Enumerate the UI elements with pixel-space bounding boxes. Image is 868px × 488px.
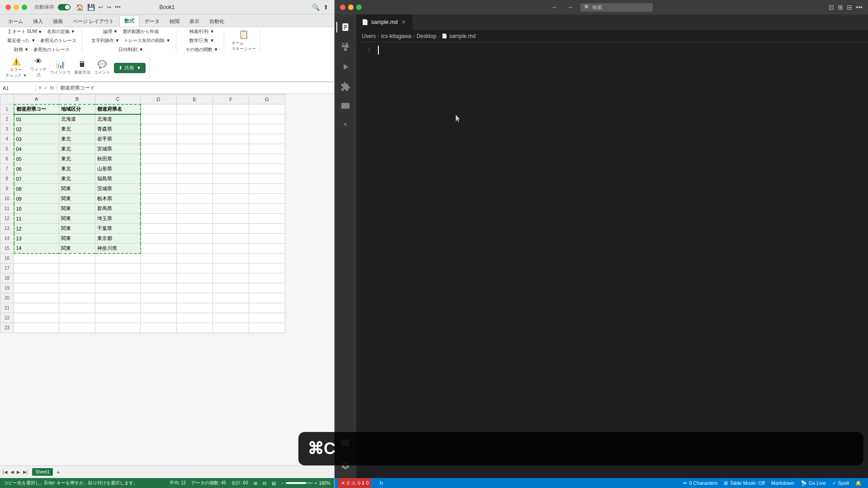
- col-header-a[interactable]: A: [14, 94, 59, 104]
- share-icon[interactable]: ⬆: [323, 4, 329, 11]
- cell-g20[interactable]: [249, 293, 285, 303]
- cell-g14[interactable]: [249, 234, 285, 244]
- sheet-nav-prev[interactable]: ◀: [9, 469, 15, 474]
- cell-e17[interactable]: [177, 263, 213, 273]
- trace-precedents-btn[interactable]: 参照元のトレース: [38, 37, 78, 45]
- cell-c1[interactable]: 都道府県名: [95, 104, 141, 114]
- cell-g3[interactable]: [249, 124, 285, 134]
- cell-d8[interactable]: [141, 174, 177, 184]
- cell-d14[interactable]: [141, 234, 177, 244]
- cell-e6[interactable]: [177, 154, 213, 164]
- col-header-c[interactable]: C: [95, 94, 141, 104]
- cell-e4[interactable]: [177, 134, 213, 144]
- cell-f10[interactable]: [213, 194, 249, 204]
- cell-e7[interactable]: [177, 164, 213, 174]
- cell-a18[interactable]: [14, 273, 59, 283]
- cell-b14[interactable]: 関東: [59, 234, 95, 244]
- status-table-mode[interactable]: ⊞ Table Mode: Off: [721, 478, 767, 488]
- cell-b11[interactable]: 関東: [59, 204, 95, 214]
- cell-f3[interactable]: [213, 124, 249, 134]
- cell-d22[interactable]: [141, 313, 177, 323]
- cell-d4[interactable]: [141, 134, 177, 144]
- tab-close-btn[interactable]: ✕: [401, 19, 407, 25]
- breadcrumb-users[interactable]: Users: [362, 33, 376, 39]
- cell-f2[interactable]: [213, 114, 249, 124]
- cell-d5[interactable]: [141, 144, 177, 154]
- tab-formula[interactable]: 数式: [119, 15, 139, 27]
- status-language[interactable]: Markdown: [769, 478, 797, 488]
- logic-btn[interactable]: 論理 ▼: [101, 28, 120, 36]
- cell-b9[interactable]: 関東: [59, 184, 95, 194]
- status-go-live[interactable]: 📡 Go Live: [798, 478, 829, 488]
- cell-b10[interactable]: 関東: [59, 194, 95, 204]
- undo-btn[interactable]: ↩: [99, 4, 103, 10]
- autosum-btn[interactable]: Σ オート SUM ▼: [6, 28, 44, 36]
- view-page-icon[interactable]: ⊟: [263, 481, 266, 486]
- cell-b3[interactable]: 東北: [59, 124, 95, 134]
- zoom-slider[interactable]: [286, 482, 313, 484]
- editor-tab-sample-md[interactable]: 📄 sample.md ✕: [356, 14, 413, 30]
- cell-d21[interactable]: [141, 303, 177, 313]
- from-selection-btn[interactable]: 選択範囲から作成: [121, 28, 160, 36]
- cell-g4[interactable]: [249, 134, 285, 144]
- cell-c15[interactable]: 神奈川県: [95, 244, 141, 253]
- cell-a3[interactable]: 02: [14, 124, 59, 134]
- cell-b8[interactable]: 東北: [59, 174, 95, 184]
- cell-g17[interactable]: [249, 263, 285, 273]
- cell-f16[interactable]: [213, 253, 249, 263]
- home-icon[interactable]: 🏠: [76, 4, 84, 11]
- cell-f6[interactable]: [213, 154, 249, 164]
- cell-e18[interactable]: [177, 273, 213, 283]
- activity-remote[interactable]: [336, 98, 354, 116]
- cell-e8[interactable]: [177, 174, 213, 184]
- breadcrumb-kitagawa[interactable]: ics-kitagawa: [381, 33, 411, 39]
- cell-c11[interactable]: 群馬県: [95, 204, 141, 214]
- cell-b5[interactable]: 東北: [59, 144, 95, 154]
- cell-g19[interactable]: [249, 283, 285, 293]
- cell-f20[interactable]: [213, 293, 249, 303]
- tab-review[interactable]: 校閲: [165, 16, 184, 27]
- cell-e10[interactable]: [177, 194, 213, 204]
- cell-f17[interactable]: [213, 263, 249, 273]
- sheet-tab-sheet1[interactable]: Sheet1: [32, 468, 53, 476]
- cell-a4[interactable]: 03: [14, 134, 59, 144]
- cell-c23[interactable]: [95, 323, 141, 333]
- search-icon[interactable]: 🔍: [312, 4, 320, 11]
- define-name-btn[interactable]: 名前の定義 ▼: [45, 28, 77, 36]
- cell-d16[interactable]: [141, 253, 177, 263]
- zoom-out-btn[interactable]: −: [281, 481, 284, 486]
- cell-b13[interactable]: 関東: [59, 224, 95, 234]
- cell-g15[interactable]: [249, 244, 285, 253]
- cell-c7[interactable]: 山形県: [95, 164, 141, 174]
- col-header-g[interactable]: G: [249, 94, 285, 104]
- cell-a8[interactable]: 07: [14, 174, 59, 184]
- cell-c3[interactable]: 青森県: [95, 124, 141, 134]
- cell-c20[interactable]: [95, 293, 141, 303]
- cell-a6[interactable]: 05: [14, 154, 59, 164]
- cell-c10[interactable]: 栃木県: [95, 194, 141, 204]
- tab-automate[interactable]: 自動化: [205, 16, 229, 27]
- breadcrumb-desktop[interactable]: Desktop: [416, 33, 436, 39]
- formula-input[interactable]: 都道府県コード: [57, 84, 334, 91]
- cell-a14[interactable]: 13: [14, 234, 59, 244]
- cell-d10[interactable]: [141, 194, 177, 204]
- cell-f22[interactable]: [213, 313, 249, 323]
- breadcrumb-filename[interactable]: sample.md: [449, 33, 476, 39]
- cell-b2[interactable]: 北海道: [59, 114, 95, 124]
- tab-page-layout[interactable]: ページ レイアウト: [68, 16, 118, 27]
- cell-e2[interactable]: [177, 114, 213, 124]
- cell-g23[interactable]: [249, 323, 285, 333]
- cell-e21[interactable]: [177, 303, 213, 313]
- cell-g10[interactable]: [249, 194, 285, 204]
- status-bell[interactable]: 🔔: [853, 478, 864, 488]
- cell-a15[interactable]: 14: [14, 244, 59, 253]
- cell-f19[interactable]: [213, 283, 249, 293]
- cell-a7[interactable]: 06: [14, 164, 59, 174]
- cell-e5[interactable]: [177, 144, 213, 154]
- search-bar[interactable]: 🔍 検索: [580, 3, 653, 12]
- cell-c6[interactable]: 秋田県: [95, 154, 141, 164]
- tab-insert[interactable]: 挿入: [28, 16, 47, 27]
- cell-f15[interactable]: [213, 244, 249, 253]
- cell-c4[interactable]: 岩手県: [95, 134, 141, 144]
- view-normal-icon[interactable]: ⊞: [254, 481, 257, 486]
